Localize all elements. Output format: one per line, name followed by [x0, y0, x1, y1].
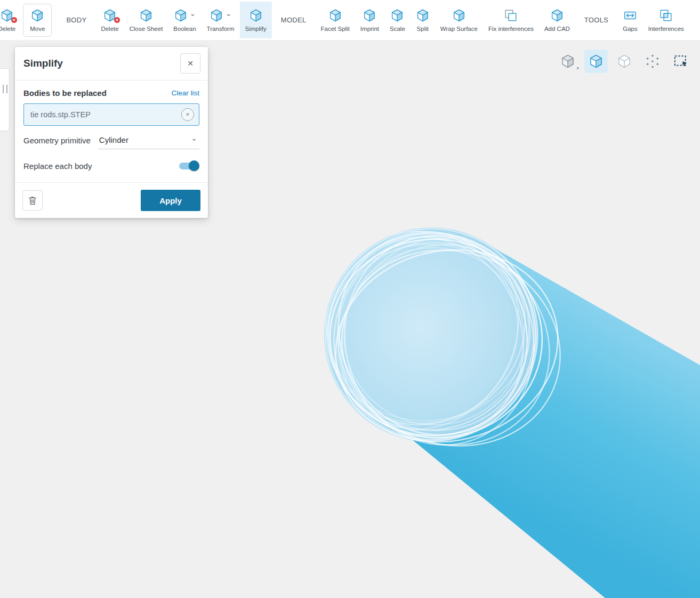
toolbar-label: Boolean [173, 26, 196, 32]
toolbar-button-close-sheet[interactable]: Close Sheet [124, 2, 168, 38]
toolbar-button-scale[interactable]: Scale [384, 2, 411, 38]
shaded-view-cube-icon [589, 54, 604, 69]
toolbar-label: Interferences [648, 26, 684, 32]
view-toolbar: ▾ [556, 50, 693, 73]
toolbar-button-transform[interactable]: ⌄ Transform [202, 2, 240, 38]
display-mode-button[interactable]: ▾ [556, 50, 580, 73]
toolbar-label: Facet Split [321, 26, 350, 32]
toolbar-button-move[interactable]: Move [23, 4, 52, 37]
selected-body-name: tie rods.stp.STEP [30, 110, 91, 119]
toolbar-label: Wrap Surface [440, 26, 478, 32]
interferences-icon [659, 8, 673, 23]
toolbar-label: Fix interferences [488, 26, 534, 32]
replace-each-body-label: Replace each body [23, 161, 92, 171]
bodies-to-be-replaced-label: Bodies to be replaced [23, 88, 107, 98]
wrap-surface-cube-icon [452, 8, 466, 23]
toolbar-button-delete-body[interactable]: ✕ Delete [95, 2, 124, 38]
chevron-down-icon: ⌄ [191, 134, 197, 142]
split-cube-icon [416, 8, 430, 23]
wireframe-view-button[interactable] [613, 50, 636, 73]
toolbar-button-add-cad[interactable]: Add CAD [539, 2, 575, 38]
delete-cube-icon: ✕ [0, 8, 14, 23]
dialog-body: Bodies to be replaced Clear list tie rod… [15, 80, 208, 182]
transform-cube-icon: ⌄ [210, 8, 232, 23]
chevron-down-icon[interactable]: ⌄ [190, 9, 196, 18]
toolbar-label: Gaps [623, 26, 638, 32]
toolbar-label: Transform [207, 26, 235, 32]
add-cad-cube-icon [550, 8, 564, 23]
geometry-primitive-value: Cylinder [99, 135, 128, 144]
toolbar-label: Delete [101, 26, 118, 32]
delete-selection-button[interactable] [22, 190, 43, 211]
clear-list-link[interactable]: Clear list [171, 89, 199, 97]
scale-cube-icon [390, 8, 404, 23]
toolbar-label: Move [30, 26, 45, 32]
geometry-primitive-label: Geometry primitive [23, 136, 91, 149]
vertices-icon [645, 54, 660, 69]
fix-interferences-icon [504, 8, 518, 23]
panel-grip-icon [3, 85, 7, 93]
dialog-header: Simplify ✕ [15, 47, 208, 80]
toolbar-button-imprint[interactable]: Imprint [355, 2, 384, 38]
box-select-button[interactable] [669, 50, 693, 73]
toolbar-label: Delete [0, 26, 15, 32]
display-mode-cube-icon [560, 54, 575, 69]
toolbar-button-fix-interferences[interactable]: Fix interferences [483, 2, 539, 38]
simplify-dialog: Simplify ✕ Bodies to be replaced Clear l… [15, 47, 208, 218]
toolbar-button-interferences[interactable]: Interferences [643, 2, 689, 38]
toolbar-button-split[interactable]: Split [411, 2, 435, 38]
toolbar-label: Simplify [245, 26, 267, 32]
move-cube-icon [30, 8, 44, 23]
box-select-icon [673, 54, 688, 69]
apply-button[interactable]: Apply [141, 190, 200, 211]
vertices-view-button[interactable] [641, 50, 664, 73]
toolbar-button-gaps[interactable]: Gaps [617, 2, 643, 38]
clear-x-icon: ✕ [186, 112, 190, 117]
cad-application-window: ✕ Delete Move BODY ✕ Delete Close Sheet [0, 0, 700, 598]
caret-down-icon: ▾ [576, 66, 579, 71]
close-button[interactable]: ✕ [180, 53, 200, 74]
toolbar-section-body: BODY [57, 16, 95, 24]
toolbar-button-wrap-surface[interactable]: Wrap Surface [435, 2, 483, 38]
close-icon: ✕ [187, 59, 194, 68]
chevron-down-icon[interactable]: ⌄ [226, 9, 232, 18]
toolbar-button-delete-left[interactable]: ✕ Delete [0, 2, 21, 38]
delete-badge-icon: ✕ [114, 17, 120, 23]
trash-icon [27, 195, 38, 206]
toolbar-button-simplify[interactable]: Simplify [240, 2, 272, 38]
toolbar-label: Add CAD [544, 26, 570, 32]
shaded-view-button[interactable] [584, 50, 608, 73]
remove-selection-button[interactable]: ✕ [181, 108, 194, 121]
imprint-cube-icon [363, 8, 376, 23]
geometry-primitive-select[interactable]: Cylinder ⌄ [98, 135, 199, 149]
toolbar-label: Scale [390, 26, 405, 32]
toolbar-section-model: MODEL [272, 16, 316, 24]
toolbar-label: Split [417, 26, 429, 32]
boolean-cube-icon: ⌄ [174, 8, 196, 23]
facet-split-cube-icon [328, 8, 342, 23]
simplify-cube-icon [249, 8, 263, 23]
dialog-footer: Apply [15, 182, 208, 218]
toolbar-button-facet-split[interactable]: Facet Split [316, 2, 355, 38]
delete-badge-icon: ✕ [11, 17, 17, 23]
toolbar-label: Close Sheet [130, 26, 163, 32]
close-sheet-cube-icon [139, 8, 153, 23]
toolbar-button-boolean[interactable]: ⌄ Boolean [168, 2, 201, 38]
replace-each-body-toggle[interactable] [179, 160, 198, 171]
selected-bodies-input[interactable]: tie rods.stp.STEP ✕ [23, 103, 199, 126]
delete-cube-icon: ✕ [103, 8, 117, 23]
toolbar-label: Imprint [360, 26, 379, 32]
gaps-icon [623, 8, 637, 23]
top-toolbar: ✕ Delete Move BODY ✕ Delete Close Sheet [0, 0, 700, 41]
dialog-title: Simplify [23, 58, 63, 69]
toggle-knob [189, 160, 199, 171]
left-panel-flyout[interactable] [0, 68, 10, 131]
wireframe-view-cube-icon [617, 54, 632, 69]
toolbar-section-tools: TOOLS [575, 16, 617, 24]
